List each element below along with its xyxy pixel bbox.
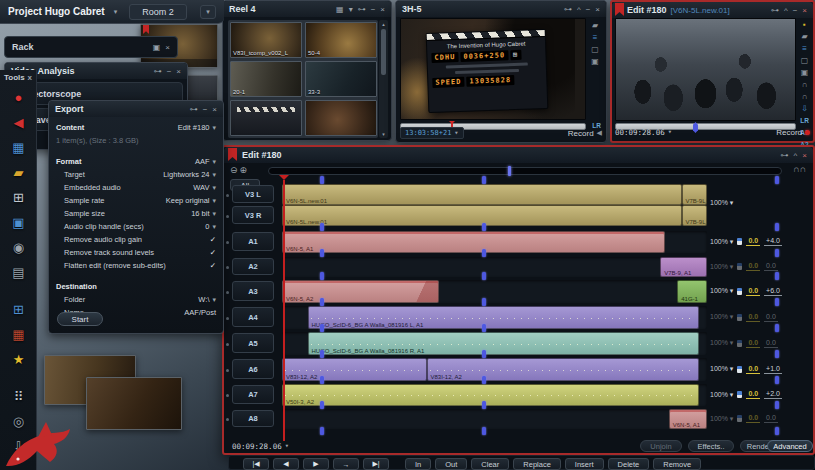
gain-trim-value[interactable]: 0.0 [746, 339, 760, 348]
scrollbar[interactable]: ▴ ▾ [379, 20, 388, 138]
track-enable-dot[interactable] [226, 369, 229, 372]
close-icon[interactable]: × [802, 151, 807, 160]
folder-icon[interactable]: ▰ [0, 160, 37, 185]
export-row[interactable]: TargetLightworks 24▾ [56, 168, 216, 181]
minimize-icon[interactable]: − [371, 5, 376, 14]
reel-thumbnail[interactable] [305, 100, 377, 136]
video-gain-controls[interactable]: 100% ▾ [710, 199, 733, 207]
close-icon[interactable]: × [380, 5, 385, 14]
track-enable-dot[interactable] [226, 291, 229, 294]
key-icon[interactable]: ⊶ [358, 5, 366, 14]
track-level-percent[interactable]: 100% ▾ [710, 199, 733, 207]
track-enable-dot[interactable] [226, 194, 229, 197]
track-label-a2[interactable]: A2 [232, 258, 274, 275]
gain-trim-value[interactable]: 0.0 [746, 414, 760, 423]
import-icon[interactable]: ◀ [0, 110, 37, 135]
frames-icon[interactable]: ▣ [591, 57, 599, 66]
gain-level-value[interactable]: 0.0 [764, 313, 778, 322]
go-start-button[interactable]: |◀ [243, 458, 269, 470]
step-forward-button[interactable]: → [333, 458, 359, 470]
room-tab[interactable]: Room 2 [129, 4, 187, 20]
delete-button[interactable]: Delete [608, 458, 650, 470]
minimize-icon[interactable]: − [586, 5, 591, 14]
track-enable-dot[interactable] [226, 418, 229, 421]
advanced-button[interactable]: Advanced [767, 440, 813, 452]
checkmark-icon[interactable]: ✓ [210, 235, 216, 244]
clip-thumbnail[interactable] [86, 377, 182, 430]
edit-video-frame[interactable] [615, 18, 796, 121]
minimize-icon[interactable]: − [203, 105, 208, 114]
source-viewer-titlebar[interactable]: 3H-5 ⊶ ^ − × [396, 1, 606, 17]
gain-trim-value[interactable]: 0.0 [746, 237, 760, 246]
source-video-frame[interactable]: The Invention of Hugo Cabret CDHU 0036+2… [400, 18, 586, 120]
gain-level-value[interactable]: +2.0 [764, 390, 782, 399]
export-row[interactable]: Audio clip handle (secs)0▾ [56, 220, 216, 233]
bin-icon[interactable]: ▦ [0, 135, 37, 160]
track-label-a8[interactable]: A8 [232, 410, 274, 427]
track-label-a3[interactable]: A3 [232, 281, 274, 301]
track-enable-dot[interactable] [226, 317, 229, 320]
track-level-percent[interactable]: 100% ▾ [710, 238, 733, 246]
timeline-clip[interactable]: V7B-9, A1 [660, 257, 707, 277]
source-timecode[interactable]: 13:03:58+21▾ [400, 127, 464, 139]
keypad-icon[interactable]: ⊞ [0, 185, 37, 210]
edit-shark-icon[interactable]: ▦ [0, 322, 37, 347]
track-level-percent[interactable]: 100% ▾ [710, 287, 733, 295]
playhead[interactable] [283, 180, 285, 441]
export-row-value[interactable]: Keep original [166, 196, 210, 205]
timeline-clip[interactable]: V83I-12, A2 [427, 358, 699, 381]
timeline-timecode[interactable]: 00:09:28.06▾ [232, 442, 289, 451]
monitor-toggle-lr[interactable]: LR [800, 116, 809, 125]
timeline-zoom-controls[interactable]: ⊖⊕ [230, 165, 249, 175]
track-gain-controls[interactable]: 100% ▾0.0+6.0 [710, 287, 782, 296]
record-control[interactable]: Record ◀ [568, 129, 602, 138]
track-level-percent[interactable]: 100% ▾ [710, 365, 733, 373]
timeline-clip[interactable]: V6N-5, A1 [282, 231, 665, 253]
scroll-down-icon[interactable]: ▾ [382, 131, 385, 137]
export-row[interactable]: ContentEdit #180▾ [56, 121, 216, 134]
track-lane[interactable]: V6N-5, A1 [282, 231, 707, 253]
reel-thumbnail[interactable]: 20-1 [230, 61, 302, 97]
frames-icon[interactable]: ▣ [801, 68, 809, 77]
rack-bar[interactable]: Rack ▣ × [4, 36, 178, 58]
keyboard-icon[interactable]: ▤ [0, 260, 37, 285]
scroll-up-icon[interactable]: ▴ [382, 21, 385, 27]
view-mode-icon[interactable]: ▦ [336, 5, 344, 14]
close-icon[interactable]: × [176, 67, 181, 76]
insert-button[interactable]: Insert [565, 458, 604, 470]
track-lane[interactable]: V6N-5, A241G-1 [282, 280, 707, 303]
track-label-v3l[interactable]: V3 L [232, 185, 274, 203]
list-icon[interactable]: ≡ [593, 33, 598, 42]
replace-button[interactable]: Replace [513, 458, 561, 470]
gain-level-value[interactable]: +6.0 [764, 287, 782, 296]
camera-icon[interactable]: ◉ [0, 235, 37, 260]
edit-timecode[interactable]: 00:09:28.06▾ [615, 128, 672, 137]
timeline-clip[interactable]: V50I-3, A2 [282, 384, 699, 406]
track-lane[interactable]: V83I-12, A2V83I-12, A2 [282, 358, 707, 381]
project-title[interactable]: Project Hugo Cabret [8, 6, 105, 17]
track-lane[interactable]: HUGO_ScID-6_BG A Walla_081916 L, A1 [282, 306, 707, 329]
track-gain-controls[interactable]: 100% ▾0.00.0 [710, 414, 778, 423]
headphones-icon[interactable]: ∩ [802, 92, 808, 101]
unjoin-button[interactable]: Unjoin [640, 440, 682, 452]
export-row[interactable]: FolderW:\▾ [56, 293, 216, 306]
folder-icon[interactable]: ▰ [592, 21, 598, 30]
key-icon[interactable]: ⊶ [154, 67, 162, 76]
record-control[interactable]: Record [776, 128, 810, 137]
gain-trim-value[interactable]: 0.0 [746, 390, 760, 399]
track-lane[interactable]: V6N-5L.new.01V7B-9L [282, 205, 707, 226]
gain-level-value[interactable]: 0.0 [764, 262, 778, 271]
tiles-icon[interactable]: ⊞ [0, 297, 37, 322]
checkmark-icon[interactable]: ✓ [210, 248, 216, 257]
key-icon[interactable]: ⊶ [190, 105, 198, 114]
track-lane[interactable]: V6N-5, A1 [282, 409, 707, 429]
gain-level-value[interactable]: 0.0 [764, 414, 778, 423]
key-icon[interactable]: ⊶ [781, 151, 789, 160]
track-lane[interactable]: V7B-9, A1 [282, 257, 707, 277]
export-row-value[interactable]: 0 [205, 222, 209, 231]
gain-level-value[interactable]: +4.0 [764, 237, 782, 246]
record-icon[interactable]: ● [0, 85, 37, 110]
step-back-button[interactable]: ◀ [273, 458, 299, 470]
export-row-value[interactable]: 16 bit [191, 209, 209, 218]
timeline-clip[interactable]: HUGO_ScID-6_BG A Walla_081916 R, A1 [308, 332, 699, 355]
